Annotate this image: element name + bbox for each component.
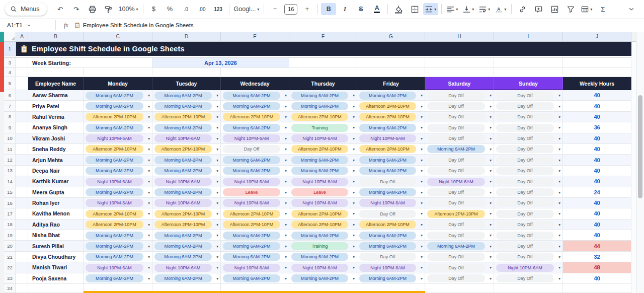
weekly-hours-cell[interactable]: 40 [563,176,631,187]
shift-dropdown-cell[interactable]: Day Off▾ [494,273,563,284]
shift-chip-afternoon[interactable]: Afternoon 2PM-10PM [223,210,280,218]
column-header-J[interactable]: J [563,32,631,42]
sheet-cell[interactable] [16,198,28,208]
sheet-cell[interactable] [16,90,28,101]
dropdown-arrow-icon[interactable]: ▾ [558,158,560,162]
shift-dropdown-cell[interactable]: Afternoon 2PM-10PM▾ [357,144,425,155]
dropdown-arrow-icon[interactable]: ▾ [353,276,355,280]
dropdown-arrow-icon[interactable]: ▾ [490,244,492,248]
shift-chip-morning[interactable]: Morning 6AM-2PM [86,232,143,240]
shift-dropdown-cell[interactable]: Night 10PM-6AM▾ [221,176,289,187]
row-header-9[interactable]: 9 [4,122,16,133]
schedule-header-monday[interactable]: Monday [84,77,152,90]
shift-dropdown-cell[interactable]: Morning 6AM-2PM▾ [357,230,425,241]
shift-dropdown-cell[interactable]: Night 10PM-6AM▾ [221,198,289,208]
employee-name-cell[interactable]: Deepa Nair [28,166,84,176]
shift-dropdown-cell[interactable]: Afternoon 2PM-10PM▾ [152,208,221,219]
insert-table-button[interactable]: ▾ [579,3,594,15]
dropdown-arrow-icon[interactable]: ▾ [216,114,218,119]
shift-dropdown-cell[interactable]: Morning 6AM-2PM▾ [152,166,221,176]
sheet-cell[interactable] [16,58,28,68]
row-header-6[interactable]: 6 [4,90,16,101]
shift-dropdown-cell[interactable]: Afternoon 2PM-10PM▾ [221,112,289,122]
shift-chip-dayoff[interactable]: Day Off [427,156,485,164]
shift-chip-morning[interactable]: Morning 6AM-2PM [154,242,212,250]
shift-chip-afternoon[interactable]: Afternoon 2PM-10PM [154,145,212,153]
shift-dropdown-cell[interactable]: Morning 6AM-2PM▾ [425,144,494,155]
sheet-cell[interactable] [425,58,494,68]
dropdown-arrow-icon[interactable]: ▾ [421,255,423,259]
shift-chip-night[interactable]: Night 10PM-6AM [359,264,416,272]
column-header-G[interactable]: G [357,32,425,42]
shift-chip-morning[interactable]: Morning 6AM-2PM [86,124,143,132]
text-color-button[interactable]: A [369,3,384,15]
dropdown-arrow-icon[interactable]: ▾ [558,147,560,152]
shift-chip-night[interactable]: Night 10PM-6AM [86,178,143,186]
schedule-header-wednesday[interactable]: Wednesday [221,77,289,90]
dropdown-arrow-icon[interactable]: ▾ [490,104,492,108]
shift-dropdown-cell[interactable]: Morning 6AM-2PM▾ [289,166,357,176]
dropdown-arrow-icon[interactable]: ▾ [285,104,287,108]
shift-dropdown-cell[interactable]: Day Off▾ [425,90,494,101]
dropdown-arrow-icon[interactable]: ▾ [148,168,150,173]
redo-button[interactable]: ↷ [69,3,84,15]
dropdown-arrow-icon[interactable]: ▾ [421,190,423,194]
shift-chip-night[interactable]: Night 10PM-6AM [359,134,416,142]
shift-chip-morning[interactable]: Morning 6AM-2PM [291,274,348,282]
row-header-7[interactable]: 7 [4,101,16,111]
weekly-hours-cell[interactable]: 44 [563,241,631,251]
shift-dropdown-cell[interactable]: Afternoon 2PM-10PM▾ [289,144,357,155]
weekly-hours-cell[interactable]: 24 [563,187,631,198]
borders-button[interactable] [407,3,422,15]
shift-chip-night[interactable]: Night 10PM-6AM [223,199,280,207]
dropdown-arrow-icon[interactable]: ▾ [353,158,355,162]
sheet-cell[interactable] [16,219,28,230]
shift-chip-night[interactable]: Night 10PM-6AM [427,178,485,186]
row-header-1[interactable]: 1 [4,42,16,56]
shift-chip-night[interactable]: Night 10PM-6AM [86,264,143,272]
shift-chip-afternoon[interactable]: Afternoon 2PM-10PM [359,221,416,229]
shift-dropdown-cell[interactable]: Morning 6AM-2PM▾ [84,241,152,251]
row-header-17[interactable]: 17 [4,208,16,219]
dropdown-arrow-icon[interactable]: ▾ [148,222,150,227]
dropdown-arrow-icon[interactable]: ▾ [216,211,218,216]
vertical-scrollbar[interactable] [636,32,644,293]
shift-dropdown-cell[interactable]: Morning 6AM-2PM▾ [221,241,289,251]
weekly-hours-cell[interactable]: 40 [563,208,631,219]
sheet-cell[interactable] [289,58,357,68]
shift-chip-dayoff[interactable]: Day Off [496,221,554,229]
employee-name-cell[interactable]: Karthik Kumar [28,176,84,187]
shift-dropdown-cell[interactable]: Afternoon 2PM-10PM▾ [425,208,494,219]
sheet-cell[interactable] [16,284,28,293]
weekly-hours-cell[interactable]: 40 [563,198,631,208]
row-header-13[interactable]: 13 [4,166,16,176]
column-header-D[interactable]: D [152,32,221,42]
employee-name-cell[interactable]: Manish Tiwari [28,262,84,273]
shift-dropdown-cell[interactable]: Day Off▾ [357,176,425,187]
sheet-cell[interactable] [16,241,28,251]
row-header-3[interactable]: 3 [4,58,16,68]
shift-chip-leave[interactable]: Leave [291,188,348,196]
dropdown-arrow-icon[interactable]: ▾ [490,158,492,162]
dropdown-arrow-icon[interactable]: ▾ [353,201,355,205]
dropdown-arrow-icon[interactable]: ▾ [285,93,287,98]
shift-chip-dayoff[interactable]: Day Off [427,253,485,261]
weekly-hours-cell[interactable]: 40 [563,101,631,111]
shift-dropdown-cell[interactable]: Morning 6AM-2PM▾ [357,166,425,176]
shift-dropdown-cell[interactable]: Day Off▾ [494,101,563,111]
row-header-11[interactable]: 11 [4,144,16,155]
shift-chip-dayoff[interactable]: Day Off [359,253,416,261]
dropdown-arrow-icon[interactable]: ▾ [285,233,287,238]
shift-chip-morning[interactable]: Morning 6AM-2PM [86,253,143,261]
dropdown-arrow-icon[interactable]: ▾ [148,93,150,98]
dropdown-arrow-icon[interactable]: ▾ [148,179,150,184]
shift-dropdown-cell[interactable]: Night 10PM-6AM▾ [221,133,289,144]
shift-dropdown-cell[interactable]: Afternoon 2PM-10PM▾ [84,219,152,230]
shift-dropdown-cell[interactable]: Leave▾ [221,187,289,198]
dropdown-arrow-icon[interactable]: ▾ [421,93,423,98]
sheet-cell[interactable] [28,284,84,293]
dropdown-arrow-icon[interactable]: ▾ [558,93,560,98]
dropdown-arrow-icon[interactable]: ▾ [285,168,287,173]
shift-chip-night[interactable]: Night 10PM-6AM [223,178,280,186]
dropdown-arrow-icon[interactable]: ▾ [421,147,423,152]
